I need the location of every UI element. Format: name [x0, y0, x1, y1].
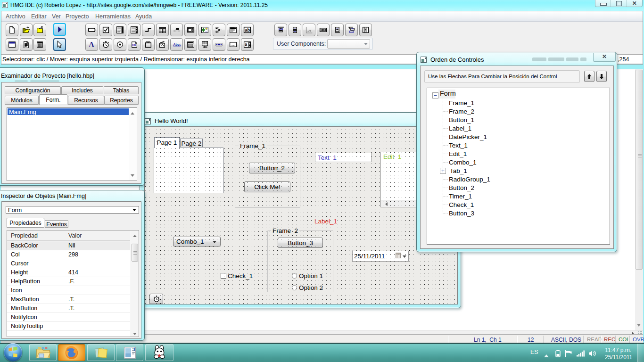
svg-text:Rb: Rb — [132, 43, 136, 46]
svg-text:a: a — [245, 42, 247, 47]
svg-text:Abcd: Abcd — [173, 43, 181, 46]
svg-text:ab: ab — [245, 27, 250, 33]
svg-text:A: A — [89, 41, 94, 49]
